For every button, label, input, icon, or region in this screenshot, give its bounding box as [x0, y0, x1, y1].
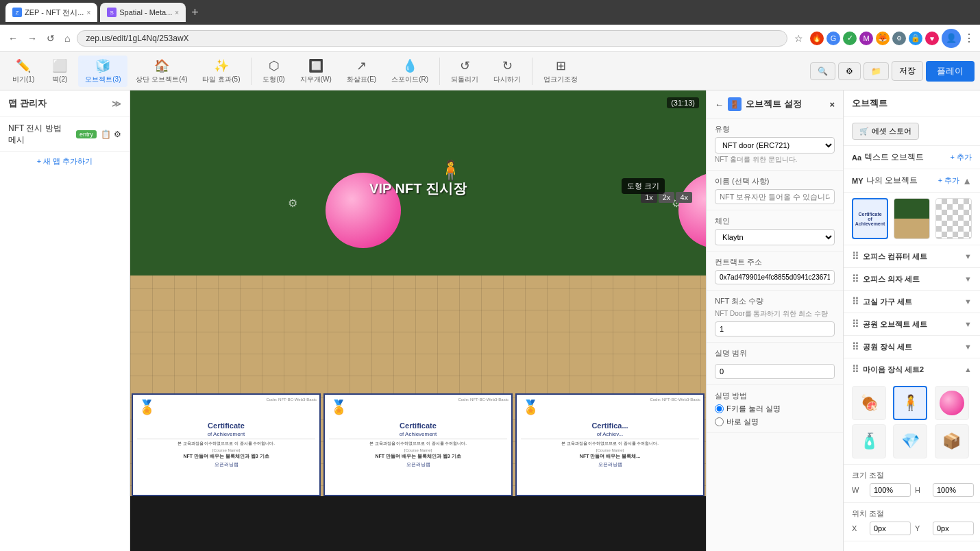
nav-icon-1: 🔥 [810, 32, 824, 45]
meieum-item-box[interactable]: 📦 [935, 424, 969, 458]
tab-spatial[interactable]: S Spatial - Meta... × [100, 3, 186, 22]
add-map-button[interactable]: + 새 맵 추가하기 [0, 151, 130, 171]
nav-icon-2: G [826, 32, 840, 45]
school-furniture-text: 고실 가구 세트 [863, 297, 912, 307]
min-nft-input[interactable] [715, 321, 835, 336]
new-tab-button[interactable]: + [188, 5, 201, 20]
tool-erase[interactable]: 🔲 지우개(W) [293, 56, 339, 87]
tool-pencil[interactable]: ✏️ 비기(1) [5, 56, 41, 87]
office-chair-label: ⠿ 오피스 의자 세트 [852, 273, 920, 284]
zoom-4x[interactable]: 4x [676, 192, 692, 203]
my-objects-expand[interactable]: ▲ [962, 175, 972, 186]
pos-y-input[interactable] [933, 522, 974, 535]
tool-wall[interactable]: ⬜ 벽(2) [42, 56, 77, 87]
back-button[interactable]: ← [5, 30, 21, 47]
tab-close-spatial[interactable]: × [175, 9, 179, 16]
chain-select[interactable]: Klaytn [715, 229, 835, 245]
draw-icon: ⬡ [269, 58, 280, 73]
tool-object[interactable]: 🧊 오브젝트(3) [78, 56, 127, 87]
tool-resize[interactable]: ⊞ 업크기조정 [537, 56, 585, 87]
menu-button[interactable]: ⋮ [964, 32, 975, 45]
meieum-item-gem[interactable]: 💎 [893, 424, 927, 458]
tool-undo[interactable]: ↺ 되돌리기 [444, 56, 485, 87]
forward-button[interactable]: → [25, 30, 40, 47]
park-objects-header[interactable]: ⠿ 공원 오브젝트 세트 ▼ [844, 313, 980, 335]
pencil-icon: ✏️ [16, 58, 31, 73]
toolbar-right: 🔍 ⚙ 📁 저장 플레이 [810, 61, 975, 82]
size-h-input[interactable] [933, 483, 974, 497]
cert-divider-2 [329, 439, 507, 439]
contract-input[interactable] [715, 270, 835, 284]
wall-icon: ⬜ [52, 58, 67, 73]
bookmark-button[interactable]: ☆ [792, 30, 806, 47]
trigger-f-radio[interactable] [715, 404, 724, 413]
sidebar-header: 맵 관리자 ≫ [0, 90, 130, 117]
tool-wall-label: 벽(2) [52, 75, 67, 84]
office-chair-toggle: ▼ [964, 275, 972, 283]
trigger-section: 실명 방법 F키를 눌러 실명 바로 실명 [707, 385, 843, 433]
cert-divider-1 [137, 439, 315, 439]
tool-top-object[interactable]: 🏠 상단 오브젝트(4) [129, 56, 194, 87]
cert-course-name-1: NFT 만들며 배우는 블록체인과 웹3 기초 [137, 453, 315, 460]
type-select[interactable]: NFT door (ERC721) [715, 137, 835, 154]
meieum-header[interactable]: ⠿ 마이음 장식 세트2 ▲ [844, 358, 980, 380]
text-add-button[interactable]: + 추가 [951, 152, 972, 162]
meieum-item-char[interactable]: 🧍 [893, 386, 927, 420]
park-objects-text: 공원 오브젝트 세트 [863, 319, 927, 330]
url-bar[interactable]: zep.us/edit/1gL4Nq/253awX [77, 30, 787, 47]
settings-gear-icon[interactable]: ⚙ [114, 130, 121, 139]
trigger-auto-radio[interactable] [715, 417, 724, 426]
objects-panel-header: 오브젝트 [844, 90, 980, 117]
selected-thumbnail-cert[interactable]: Certificateof Achievement [852, 198, 888, 239]
pos-x-input[interactable] [870, 522, 911, 535]
cert-ribbon-3: 🏅 [522, 399, 539, 415]
tab-close-zep[interactable]: × [86, 9, 90, 16]
copy-icon[interactable]: 📋 [101, 130, 111, 139]
tool-redo[interactable]: ↻ 다시하기 [487, 56, 528, 87]
asset-store-button[interactable]: 🛒 에셋 스토어 [852, 123, 919, 140]
nav-icon-8: ♥ [925, 32, 939, 45]
size-w-input[interactable] [870, 483, 911, 497]
office-chair-header[interactable]: ⠿ 오피스 의자 세트 ▼ [844, 268, 980, 290]
gear-icon-left: ⚙ [288, 197, 297, 210]
name-input[interactable] [715, 189, 835, 204]
settings-panel-close[interactable]: × [829, 99, 835, 110]
trigger-auto-text: 바로 실명 [726, 417, 759, 427]
range-input[interactable] [715, 364, 835, 379]
tool-draw[interactable]: ⬡ 도형(0) [256, 56, 291, 87]
tab-zep[interactable]: Z ZEP - NFT 전시... × [5, 3, 97, 22]
meieum-grid: 🍖 🧍 🧴 💎 📦 [844, 380, 980, 464]
office-computer-header[interactable]: ⠿ 오피스 컴퓨터 세트 ▼ [844, 245, 980, 267]
save-button[interactable]: 저장 [892, 61, 923, 81]
home-button[interactable]: ⌂ [62, 30, 73, 47]
tool-tile-effect[interactable]: ✨ 타일 효과(5) [195, 56, 247, 87]
folder-button[interactable]: 📁 [863, 62, 889, 80]
selected-thumbnails: Certificateof Achievement [844, 193, 980, 245]
tab-favicon-spatial: S [107, 8, 117, 17]
my-add-button[interactable]: + 추가 [938, 175, 959, 186]
meieum-item-food[interactable]: 🍖 [852, 386, 886, 420]
meieum-item-bottle[interactable]: 🧴 [852, 424, 886, 458]
contract-section: 컨트랙트 주소 [707, 252, 843, 291]
trigger-auto-label[interactable]: 바로 실명 [715, 417, 835, 427]
refresh-button[interactable]: ↺ [44, 30, 58, 47]
size-adjust-label: 크기 조절 [852, 470, 972, 480]
park-decor-header[interactable]: ⠿ 공원 장식 세트 ▼ [844, 336, 980, 358]
sidebar-expand-icon[interactable]: ≫ [112, 99, 121, 109]
play-button[interactable]: 플레이 [926, 61, 975, 82]
selected-thumbnail-scene[interactable] [894, 198, 930, 239]
meieum-item-circle[interactable] [935, 386, 969, 420]
school-furniture-header[interactable]: ⠿ 고실 가구 세트 ▼ [844, 291, 980, 313]
selected-thumbnail-empty[interactable] [935, 198, 972, 239]
settings-button[interactable]: ⚙ [838, 62, 861, 80]
tool-eyedrop[interactable]: 💧 스포이드(R) [384, 56, 435, 87]
search-button[interactable]: 🔍 [810, 62, 835, 80]
map-entry-item[interactable]: NFT 전시 방법 메시 entry 📋 ⚙ [0, 117, 130, 151]
settings-panel-icon: 🚪 [728, 97, 742, 111]
canvas-area[interactable]: ⚙ ⚙ 🧍 🚪 VIP NFT 진시장 (31:13) 1x 2x 4x 도형 … [130, 90, 706, 551]
settings-back-icon[interactable]: ← [715, 99, 724, 110]
pos-row: X Y [852, 522, 972, 535]
trigger-radio-group: F키를 눌러 실명 바로 실명 [715, 404, 835, 427]
tool-arrow[interactable]: ↗ 화살표(E) [340, 56, 383, 87]
trigger-f-label[interactable]: F키를 눌러 실명 [715, 404, 835, 414]
